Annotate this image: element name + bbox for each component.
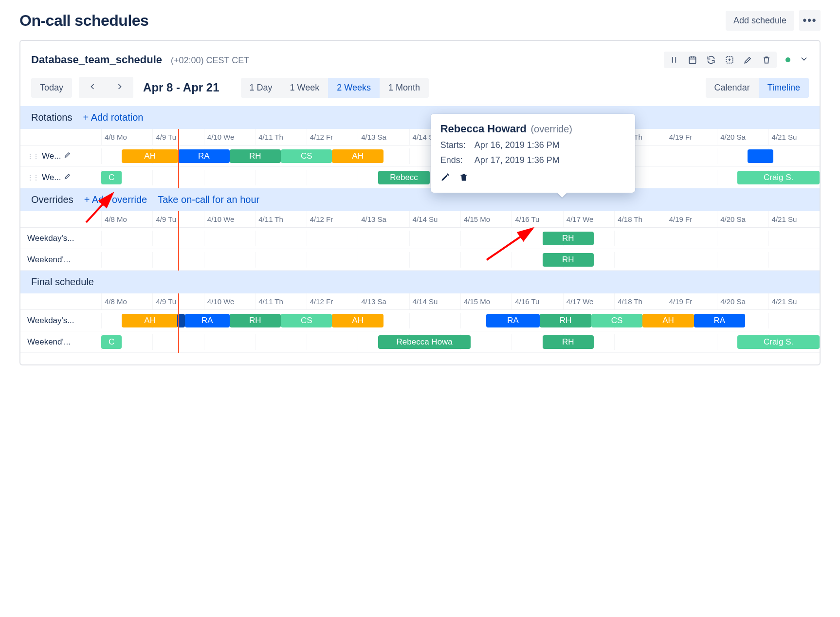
schedule-chip[interactable] bbox=[748, 149, 773, 163]
drag-handle-icon[interactable]: ⋮⋮ bbox=[27, 174, 39, 181]
status-dot bbox=[785, 57, 790, 62]
day-header: 4/14 Su bbox=[409, 293, 460, 309]
more-menu-button[interactable]: ••• bbox=[799, 10, 821, 31]
day-header: 4/18 Th bbox=[614, 211, 665, 227]
today-button[interactable]: Today bbox=[31, 78, 72, 98]
collapse-chevron-icon[interactable] bbox=[799, 54, 809, 66]
schedule-chip[interactable]: RA bbox=[486, 314, 540, 327]
row-label: Weekday's... bbox=[27, 316, 74, 326]
day-header: 4/10 We bbox=[204, 211, 255, 227]
span-option-1-month[interactable]: 1 Month bbox=[380, 78, 429, 98]
day-header: 4/20 Sa bbox=[717, 293, 768, 309]
day-header: 4/8 Mo bbox=[101, 293, 152, 309]
day-header: 4/10 We bbox=[204, 293, 255, 309]
schedule-chip[interactable]: RH bbox=[540, 314, 591, 327]
day-header: 4/12 Fr bbox=[307, 211, 358, 227]
schedule-chip[interactable]: AH bbox=[122, 149, 178, 163]
refresh-icon[interactable] bbox=[706, 54, 716, 65]
day-header: 4/11 Th bbox=[255, 211, 306, 227]
final-schedule-title: Final schedule bbox=[31, 276, 94, 288]
add-override-button[interactable]: + Add override bbox=[84, 194, 147, 205]
schedule-name: Database_team_schedule bbox=[31, 54, 162, 66]
day-header: 4/19 Fr bbox=[666, 211, 717, 227]
schedule-chip[interactable]: Rebecc bbox=[378, 171, 429, 184]
calendar-icon[interactable] bbox=[687, 54, 698, 65]
popover-edit-icon[interactable] bbox=[440, 172, 450, 184]
day-header: 4/20 Sa bbox=[717, 129, 768, 145]
popover-starts-value: Apr 16, 2019 1:36 PM bbox=[475, 140, 560, 150]
schedule-chip[interactable]: CS bbox=[281, 314, 332, 327]
schedule-chip[interactable]: RH bbox=[543, 232, 594, 245]
day-header: 4/15 Mo bbox=[460, 293, 511, 309]
day-header: 4/13 Sa bbox=[358, 129, 409, 145]
day-header: 4/11 Th bbox=[255, 293, 306, 309]
schedule-chip[interactable]: CS bbox=[591, 314, 642, 327]
schedule-chip[interactable]: RA bbox=[178, 149, 229, 163]
pause-icon[interactable] bbox=[669, 54, 679, 65]
edit-row-icon[interactable] bbox=[64, 172, 72, 182]
day-header: 4/19 Fr bbox=[666, 129, 717, 145]
overrides-title: Overrides bbox=[31, 194, 73, 205]
date-range-label: Apr 8 - Apr 21 bbox=[140, 81, 222, 94]
schedule-chip[interactable]: C bbox=[101, 335, 122, 349]
day-header: 4/19 Fr bbox=[666, 293, 717, 309]
svg-rect-2 bbox=[689, 57, 695, 63]
day-header: 4/21 Su bbox=[768, 293, 820, 309]
schedule-chip[interactable]: RH bbox=[230, 314, 281, 327]
day-header: 4/17 We bbox=[563, 211, 614, 227]
schedule-chip[interactable]: Craig S. bbox=[737, 171, 820, 184]
day-header: 4/11 Th bbox=[255, 129, 306, 145]
day-header: 4/20 Sa bbox=[717, 211, 768, 227]
row-label: Weekend'... bbox=[27, 255, 71, 265]
schedule-chip[interactable]: CS bbox=[281, 149, 332, 163]
span-option-2-weeks[interactable]: 2 Weeks bbox=[328, 78, 380, 98]
schedule-chip[interactable]: AH bbox=[122, 314, 178, 327]
row-label: Weekend'... bbox=[27, 337, 71, 347]
take-on-call-button[interactable]: Take on-call for an hour bbox=[158, 194, 259, 205]
popover-person-name: Rebecca Howard bbox=[440, 123, 527, 135]
schedule-chip[interactable]: RH bbox=[230, 149, 281, 163]
next-button[interactable] bbox=[106, 77, 133, 98]
schedule-chip[interactable]: Rebecca Howa bbox=[378, 335, 471, 349]
add-rotation-button[interactable]: + Add rotation bbox=[83, 112, 144, 123]
export-icon[interactable] bbox=[724, 54, 735, 65]
rotations-title: Rotations bbox=[31, 112, 73, 123]
schedule-chip[interactable]: Craig S. bbox=[737, 335, 820, 349]
day-header: 4/21 Su bbox=[768, 211, 820, 227]
day-header: 4/18 Th bbox=[614, 293, 665, 309]
popover-tag: (override) bbox=[530, 124, 572, 134]
schedule-chip[interactable]: RH bbox=[543, 253, 594, 267]
edit-icon[interactable] bbox=[743, 54, 753, 65]
view-option-calendar[interactable]: Calendar bbox=[706, 78, 759, 98]
more-dots-icon: ••• bbox=[803, 14, 817, 27]
schedule-chip[interactable]: AH bbox=[332, 149, 383, 163]
schedule-chip[interactable]: RA bbox=[185, 314, 230, 327]
edit-row-icon[interactable] bbox=[64, 151, 72, 161]
prev-button[interactable] bbox=[79, 77, 106, 98]
schedule-chip[interactable]: AH bbox=[642, 314, 694, 327]
schedule-chip[interactable]: RH bbox=[543, 335, 594, 349]
day-header: 4/9 Tu bbox=[152, 211, 203, 227]
view-option-timeline[interactable]: Timeline bbox=[759, 78, 809, 98]
add-schedule-button[interactable]: Add schedule bbox=[726, 11, 794, 31]
span-option-1-day[interactable]: 1 Day bbox=[241, 78, 281, 98]
day-header: 4/21 Su bbox=[768, 129, 820, 145]
delete-icon[interactable] bbox=[761, 54, 772, 65]
schedule-chip[interactable] bbox=[177, 314, 185, 327]
day-header: 4/15 Mo bbox=[460, 211, 511, 227]
view-segmented-control: CalendarTimeline bbox=[706, 78, 809, 98]
schedule-chip[interactable]: C bbox=[101, 171, 122, 184]
span-option-1-week[interactable]: 1 Week bbox=[281, 78, 329, 98]
row-label: Weekday's... bbox=[27, 234, 74, 243]
popover-delete-icon[interactable] bbox=[459, 172, 469, 184]
day-header: 4/12 Fr bbox=[307, 293, 358, 309]
schedule-chip[interactable]: AH bbox=[332, 314, 383, 327]
day-header: 4/8 Mo bbox=[101, 129, 152, 145]
schedule-chip[interactable]: RA bbox=[694, 314, 745, 327]
day-header: 4/17 We bbox=[563, 293, 614, 309]
schedule-timezone: (+02:00) CEST CET bbox=[171, 55, 249, 66]
day-header: 4/10 We bbox=[204, 129, 255, 145]
drag-handle-icon[interactable]: ⋮⋮ bbox=[27, 153, 39, 160]
day-header: 4/13 Sa bbox=[358, 211, 409, 227]
popover-ends-label: Ends: bbox=[440, 155, 468, 165]
